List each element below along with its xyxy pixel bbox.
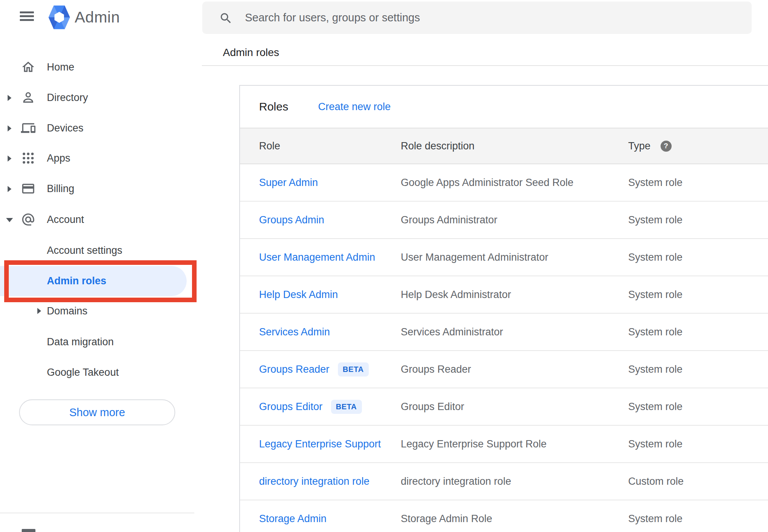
sidebar-item-account-settings[interactable]: Account settings bbox=[0, 235, 194, 266]
role-link[interactable]: Storage Admin bbox=[259, 513, 326, 525]
sidebar: Admin Home Directory Devices Apps bbox=[0, 0, 202, 532]
breadcrumb: Admin roles bbox=[223, 46, 279, 59]
role-description-cell: Legacy Enterprise Support Role bbox=[401, 438, 628, 450]
role-type-cell: System role bbox=[628, 252, 768, 263]
role-description-cell: Storage Admin Role bbox=[401, 513, 628, 525]
role-link[interactable]: Legacy Enterprise Support bbox=[259, 438, 381, 450]
panel-title: Roles bbox=[259, 86, 288, 128]
table-row: Storage Admin Storage Admin Role System … bbox=[240, 500, 768, 532]
app-title: Admin bbox=[75, 8, 120, 26]
roles-panel-header: Roles Create new role bbox=[240, 86, 768, 128]
role-cell: Super Admin bbox=[259, 177, 401, 189]
table-row: User Management Admin User Management Ad… bbox=[240, 239, 768, 276]
menu-icon[interactable] bbox=[20, 11, 34, 21]
role-description-cell: Google Apps Administrator Seed Role bbox=[401, 177, 628, 189]
apps-grid-icon bbox=[21, 151, 35, 165]
chevron-right-icon bbox=[8, 155, 11, 162]
role-cell: Services Admin bbox=[259, 326, 401, 338]
content-divider bbox=[202, 65, 768, 66]
role-link[interactable]: User Management Admin bbox=[259, 252, 375, 263]
admin-logo-icon bbox=[48, 5, 70, 29]
sidebar-item-label: Google Takeout bbox=[47, 357, 119, 388]
role-link[interactable]: Groups Admin bbox=[259, 214, 324, 226]
table-row: Groups Editor BETA Groups Editor System … bbox=[240, 388, 768, 426]
sidebar-item-home[interactable]: Home bbox=[0, 52, 194, 82]
role-cell: Storage Admin bbox=[259, 513, 401, 525]
table-row: Help Desk Admin Help Desk Administrator … bbox=[240, 276, 768, 314]
role-cell: Groups Editor BETA bbox=[259, 400, 401, 414]
sidebar-item-label: Data migration bbox=[47, 327, 114, 357]
role-description-cell: Groups Administrator bbox=[401, 214, 628, 226]
role-cell: User Management Admin bbox=[259, 252, 401, 263]
help-icon[interactable]: ? bbox=[661, 141, 672, 152]
sidebar-item-devices[interactable]: Devices bbox=[0, 113, 194, 143]
role-link[interactable]: Super Admin bbox=[259, 177, 318, 189]
role-type-cell: System role bbox=[628, 364, 768, 375]
role-type-cell: System role bbox=[628, 177, 768, 189]
role-description-cell: Groups Reader bbox=[401, 364, 628, 375]
role-description-cell: Help Desk Administrator bbox=[401, 289, 628, 301]
column-header-role: Role bbox=[259, 140, 401, 152]
sidebar-item-label: Devices bbox=[47, 113, 83, 143]
table-header-row: Role Role description Type ? bbox=[240, 128, 768, 164]
clipped-bottom-icon bbox=[22, 529, 35, 532]
role-link[interactable]: directory integration role bbox=[259, 476, 370, 487]
table-row: Groups Reader BETA Groups Reader System … bbox=[240, 351, 768, 388]
search-icon bbox=[219, 11, 233, 25]
role-cell: directory integration role bbox=[259, 476, 401, 487]
role-type-cell: Custom role bbox=[628, 476, 768, 487]
person-icon bbox=[21, 90, 35, 105]
sidebar-item-apps[interactable]: Apps bbox=[0, 143, 194, 173]
role-type-cell: System role bbox=[628, 326, 768, 338]
table-row: Groups Admin Groups Administrator System… bbox=[240, 202, 768, 239]
role-type-cell: System role bbox=[628, 513, 768, 525]
chevron-right-icon bbox=[8, 186, 11, 192]
role-link[interactable]: Services Admin bbox=[259, 326, 330, 338]
table-row: Services Admin Services Administrator Sy… bbox=[240, 314, 768, 351]
sidebar-item-label: Admin roles bbox=[47, 266, 106, 296]
create-new-role-link[interactable]: Create new role bbox=[318, 86, 391, 128]
role-cell: Groups Admin bbox=[259, 214, 401, 226]
table-row: Legacy Enterprise Support Legacy Enterpr… bbox=[240, 426, 768, 463]
sidebar-item-label: Billing bbox=[47, 173, 74, 204]
sidebar-item-label: Home bbox=[47, 52, 74, 82]
show-more-button[interactable]: Show more bbox=[19, 399, 175, 425]
role-type-cell: System role bbox=[628, 401, 768, 413]
sidebar-item-domains[interactable]: Domains bbox=[0, 296, 194, 326]
column-header-type: Type ? bbox=[628, 140, 768, 152]
credit-card-icon bbox=[21, 181, 35, 196]
chevron-right-icon bbox=[37, 308, 41, 314]
app-header: Admin bbox=[0, 0, 202, 35]
search-bar[interactable] bbox=[202, 2, 752, 34]
sidebar-item-admin-roles[interactable]: Admin roles bbox=[0, 266, 187, 296]
roles-table-body: Super Admin Google Apps Administrator Se… bbox=[240, 164, 768, 532]
roles-panel: Roles Create new role Role Role descript… bbox=[239, 85, 768, 532]
sidebar-item-google-takeout[interactable]: Google Takeout bbox=[0, 357, 194, 388]
sidebar-item-label: Account bbox=[47, 204, 84, 235]
role-description-cell: User Management Administrator bbox=[401, 252, 628, 263]
sidebar-divider bbox=[0, 513, 194, 513]
sidebar-item-label: Account settings bbox=[47, 235, 122, 266]
sidebar-item-data-migration[interactable]: Data migration bbox=[0, 327, 194, 357]
role-type-cell: System role bbox=[628, 289, 768, 301]
role-type-cell: System role bbox=[628, 438, 768, 450]
devices-icon bbox=[21, 121, 35, 135]
role-description-cell: Groups Editor bbox=[401, 401, 628, 413]
beta-badge: BETA bbox=[331, 400, 362, 414]
role-link[interactable]: Help Desk Admin bbox=[259, 289, 338, 301]
table-row: directory integration role directory int… bbox=[240, 463, 768, 500]
role-cell: Groups Reader BETA bbox=[259, 362, 401, 377]
search-input[interactable] bbox=[245, 2, 733, 34]
column-header-description: Role description bbox=[401, 140, 628, 152]
role-link[interactable]: Groups Reader bbox=[259, 364, 330, 375]
at-sign-icon bbox=[21, 212, 35, 227]
role-link[interactable]: Groups Editor bbox=[259, 401, 323, 413]
sidebar-item-label: Directory bbox=[47, 82, 88, 113]
chevron-right-icon bbox=[8, 95, 11, 101]
role-cell: Help Desk Admin bbox=[259, 289, 401, 301]
sidebar-item-directory[interactable]: Directory bbox=[0, 82, 194, 113]
sidebar-item-account[interactable]: Account bbox=[0, 204, 194, 235]
sidebar-item-label: Apps bbox=[47, 143, 70, 173]
chevron-right-icon bbox=[8, 125, 11, 131]
sidebar-item-billing[interactable]: Billing bbox=[0, 173, 194, 204]
